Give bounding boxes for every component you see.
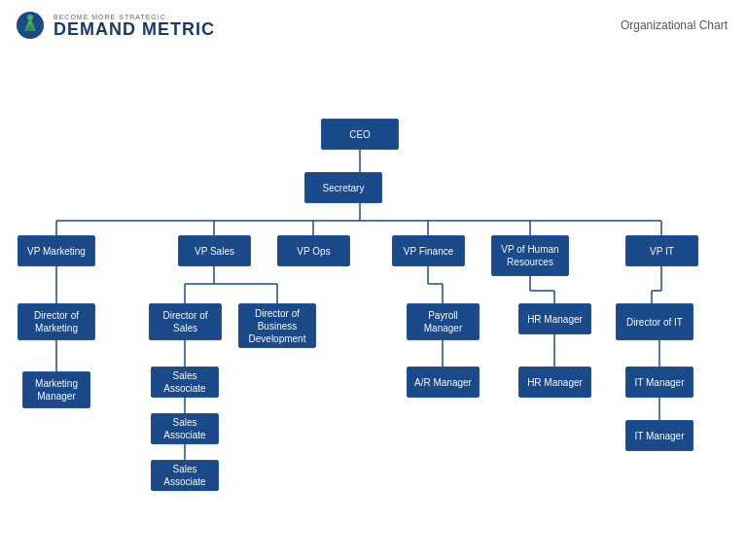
logo-icon (15, 10, 46, 41)
logo-name: Demand Metric (53, 20, 215, 38)
payroll-mgr-box: Payroll Manager (407, 303, 480, 340)
vp-finance-box: VP Finance (392, 235, 465, 266)
sales-assoc2-box: Sales Associate (151, 413, 219, 444)
it-mgr2-box: IT Manager (625, 420, 694, 451)
header: Become More Strategic Demand Metric Orga… (0, 0, 747, 46)
vp-ops-box: VP Ops (277, 235, 350, 266)
chart-title: Organizational Chart (621, 18, 728, 32)
ar-mgr-box: A/R Manager (407, 367, 480, 398)
dir-biz-box: Director of Business Development (238, 303, 316, 348)
vp-it-box: VP IT (625, 235, 698, 266)
hr-mgr2-box: HR Manager (518, 367, 591, 398)
vp-marketing-box: VP Marketing (18, 235, 95, 266)
logo-text-area: Become More Strategic Demand Metric (53, 14, 215, 38)
secretary-box: Secretary (304, 172, 382, 203)
dir-marketing-box: Director of Marketing (18, 303, 95, 340)
logo-area: Become More Strategic Demand Metric (15, 10, 215, 41)
vp-hr-box: VP of Human Resources (491, 235, 569, 276)
mkt-mgr-box: Marketing Manager (22, 371, 90, 408)
vp-sales-box: VP Sales (178, 235, 251, 266)
hr-mgr1-box: HR Manager (518, 303, 591, 334)
sales-assoc1-box: Sales Associate (151, 367, 219, 398)
dir-sales-box: Director of Sales (149, 303, 222, 340)
svg-point-3 (27, 15, 33, 20)
ceo-box: CEO (321, 119, 399, 150)
it-mgr1-box: IT Manager (625, 367, 694, 398)
sales-assoc3-box: Sales Associate (151, 460, 219, 491)
dir-it-box: Director of IT (616, 303, 694, 340)
